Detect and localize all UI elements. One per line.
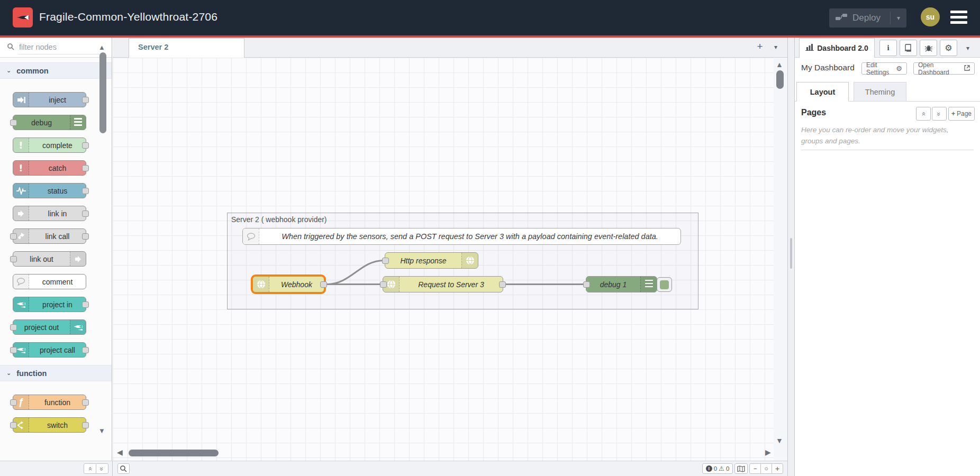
zoom-out-button[interactable]: − [749,463,761,474]
list-icon [70,115,86,130]
search-flows-button[interactable] [117,463,130,474]
navigator-map-icon[interactable] [734,463,748,474]
user-avatar[interactable]: su [921,7,940,26]
output-port[interactable] [82,422,89,428]
palette-node-link-call[interactable]: link call [13,228,86,244]
input-port[interactable] [10,399,17,406]
palette-scrollbar-thumb[interactable] [99,52,106,133]
palette-search-box[interactable] [0,38,112,58]
sidebar-separator[interactable] [787,38,795,476]
palette-node-function[interactable]: ƒ function [13,395,86,410]
output-port[interactable] [320,281,327,288]
inject-arrow-icon [13,93,29,107]
palette-node-status[interactable]: status [13,183,86,198]
main-menu-icon[interactable] [950,11,967,24]
palette-filter-input[interactable] [18,40,99,54]
canvas-scroll-up-icon[interactable]: ▲ [776,60,783,69]
output-port[interactable] [82,97,89,103]
palette-node-link-out[interactable]: link out [13,251,86,267]
divider [801,150,974,150]
info-icon[interactable]: i [879,40,897,56]
output-port[interactable] [82,301,89,308]
input-port[interactable] [583,281,590,288]
palette-node-label: function [29,398,86,407]
pages-description: Here you can re-order and move your widg… [801,125,969,147]
canvas-vscrollbar-thumb[interactable] [776,70,784,89]
open-dashboard-button[interactable]: Open Dashboard [913,62,975,75]
output-port[interactable] [82,142,89,149]
palette-category-function[interactable]: ⌄ function [0,365,112,381]
tab-theming[interactable]: Theming [854,82,906,102]
move-down-button[interactable]: » [932,107,947,121]
palette-node-debug[interactable]: debug [13,115,86,130]
palette-node-switch[interactable]: switch [13,417,86,433]
workspace-tab-server2[interactable]: Server 2 [129,38,244,58]
input-port[interactable] [10,347,17,353]
palette-node-label: project out [13,323,70,332]
gear-icon[interactable]: ⚙ [940,40,957,56]
zoom-reset-button[interactable]: ○ [760,463,772,474]
collapse-all-categories-button[interactable]: » [84,463,96,474]
palette-node-inject[interactable]: inject [13,92,86,107]
palette-scroll-down-icon[interactable]: ▼ [98,427,105,435]
right-sidebar: Dashboard 2.0 i ⚙ ▾ My Dashboard Edit Se… [795,38,980,476]
add-tab-icon[interactable]: + [753,41,767,54]
flow-node-http-response[interactable]: Http response [385,252,478,269]
input-port[interactable] [380,281,387,288]
debug-bug-icon[interactable] [920,40,937,56]
group-label: Server 2 ( webhook provider) [231,215,327,224]
palette-node-complete[interactable]: ! complete [13,138,86,153]
expand-all-categories-button[interactable]: » [96,463,108,474]
canvas-hscrollbar-thumb[interactable] [129,450,219,456]
canvas-scroll-down-icon[interactable]: ▼ [776,436,783,445]
palette-node-label: link out [13,255,70,263]
palette-node-project-call[interactable]: project call [13,342,86,358]
input-port[interactable] [10,422,17,428]
node-red-icon [70,320,86,334]
palette-node-project-in[interactable]: project in [13,297,86,312]
deploy-button[interactable]: Deploy ▾ [829,8,906,28]
input-port[interactable] [382,258,389,264]
canvas-scroll-right-icon[interactable]: ▶ [765,448,771,456]
zoom-in-button[interactable]: + [772,463,783,474]
tab-layout[interactable]: Layout [796,82,849,102]
sidebar-tab-dashboard[interactable]: Dashboard 2.0 [799,38,875,58]
output-port[interactable] [82,347,89,353]
output-port[interactable] [499,281,506,288]
palette-node-comment[interactable]: comment [13,274,86,289]
warning-count: 0 [726,465,729,472]
sidebar-caret-icon[interactable]: ▾ [966,44,969,52]
input-port[interactable] [10,233,17,240]
add-page-button[interactable]: + Page [948,107,975,121]
palette-node-catch[interactable]: ! catch [13,160,86,176]
move-up-button[interactable]: » [916,107,931,121]
heartbeat-icon [13,184,29,198]
flow-node-debug-1[interactable]: debug 1 [586,276,657,292]
canvas-scroll-gutter [774,58,787,461]
tab-list-caret-icon[interactable]: ▾ [774,43,777,51]
output-port[interactable] [82,165,89,171]
palette-scroll-up-icon[interactable]: ▲ [98,43,105,51]
input-port[interactable] [10,324,17,331]
output-port[interactable] [82,399,89,406]
footer-bar: » » ! 0 ⚠ 0 − ○ + [0,461,787,476]
flow-node-webhook[interactable]: Webhook [252,276,324,292]
output-port[interactable] [82,210,89,217]
palette-node-link-in[interactable]: link in [13,206,86,221]
output-port[interactable] [82,188,89,194]
input-port[interactable] [10,256,17,262]
flow-node-request-to-server-3[interactable]: Request to Server 3 [383,276,503,292]
output-port[interactable] [82,233,89,240]
flow-node-comment[interactable]: When triggered by the sensors, send a PO… [242,228,681,245]
deploy-caret-icon[interactable]: ▾ [891,14,906,22]
debug-enable-toggle[interactable] [657,277,672,292]
help-book-icon[interactable] [900,40,917,56]
palette-node-project-out[interactable]: project out [13,319,86,335]
canvas-scroll-left-icon[interactable]: ◀ [117,448,123,456]
flow-canvas[interactable]: Server 2 ( webhook provider) When trigge… [113,58,787,461]
separator-drag-handle[interactable] [790,238,792,269]
input-port[interactable] [10,120,17,126]
palette-category-common[interactable]: ⌄ common [0,62,112,79]
edit-settings-button[interactable]: Edit Settings ⚙ [861,62,907,75]
status-counts[interactable]: ! 0 ⚠ 0 [702,463,733,474]
